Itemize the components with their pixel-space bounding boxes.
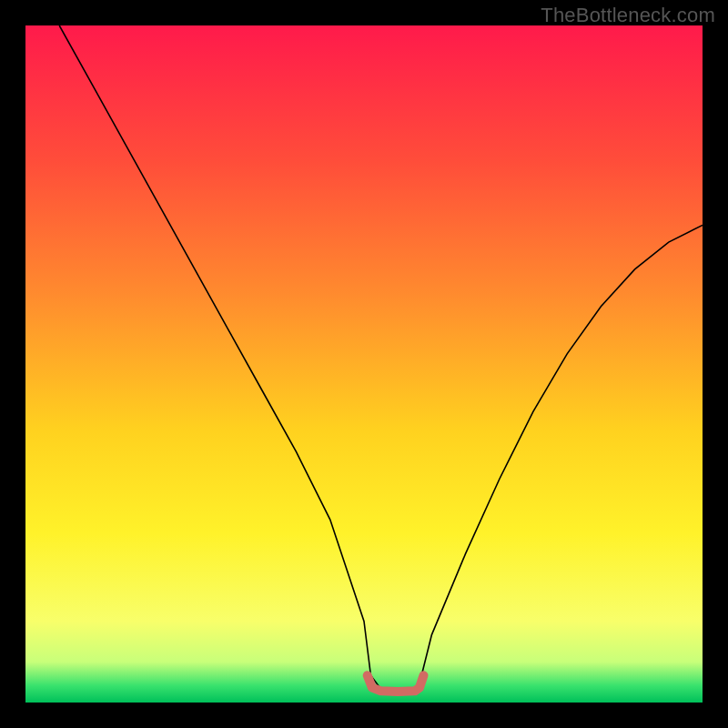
chart-frame: TheBottleneck.com	[0, 0, 728, 728]
plot-area	[25, 25, 703, 703]
gradient-background	[25, 25, 703, 703]
chart-svg	[25, 25, 703, 703]
watermark-text: TheBottleneck.com	[541, 4, 715, 27]
